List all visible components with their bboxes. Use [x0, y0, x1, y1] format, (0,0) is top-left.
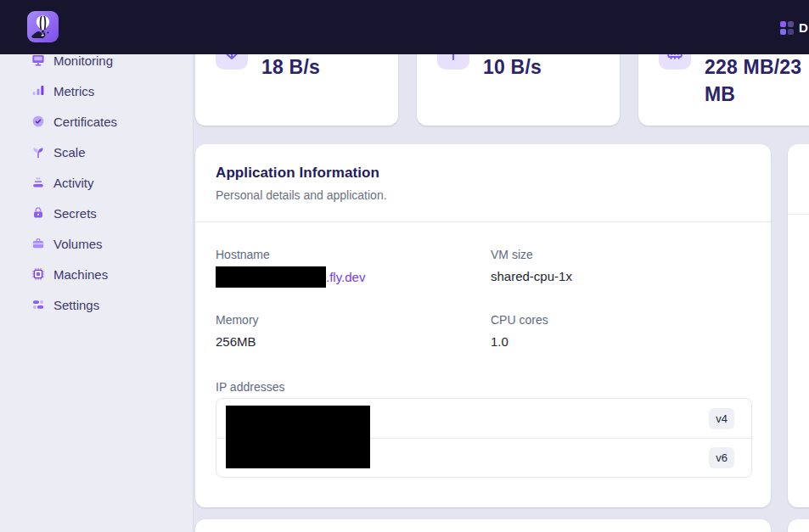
sidebar-item-scale[interactable]: Scale — [0, 137, 193, 167]
sidebar-item-label: Secrets — [53, 206, 97, 221]
sidebar-item-label: Settings — [53, 298, 99, 312]
sidebar-item-certificates[interactable]: Certificates — [0, 106, 193, 137]
right-peek-card — [788, 144, 809, 507]
card-title: Application Information — [216, 165, 750, 182]
field-label: VM size — [491, 246, 750, 263]
sidebar-item-monitoring[interactable]: Monitoring — [0, 54, 193, 76]
hostname-link[interactable]: .fly.dev — [326, 267, 365, 288]
stat-value: 228 MB/23 MB — [705, 53, 801, 108]
field-cpu-cores: CPU cores 1.0 — [491, 311, 750, 352]
sidebar-item-settings[interactable]: Settings — [0, 289, 193, 320]
sidebar-item-label: Machines — [53, 267, 108, 282]
badge-check-icon — [31, 114, 46, 129]
ip-version-badge: v4 — [709, 408, 734, 429]
field-hostname: Hostname .fly.dev — [216, 246, 491, 288]
monitor-icon — [31, 54, 46, 68]
top-header-bar: D — [0, 0, 809, 54]
field-label: Memory — [216, 311, 491, 328]
sidebar-nav: Monitoring Metrics Certificates Scale Ac… — [0, 54, 194, 532]
card-subtitle: Personal details and application. — [216, 188, 750, 202]
field-vm-size: VM size shared-cpu-1x — [491, 246, 750, 288]
layers-icon — [31, 175, 46, 190]
drive-icon — [31, 236, 46, 251]
ip-addresses-label: IP addresses — [216, 378, 750, 395]
field-value: 256MB — [216, 332, 491, 352]
sidebar-item-volumes[interactable]: Volumes — [0, 228, 193, 259]
field-value: 1.0 — [491, 332, 750, 352]
ip-addresses-redacted-value — [226, 406, 370, 468]
app-switcher-grid-icon[interactable] — [780, 21, 793, 34]
card-header: Application Information Personal details… — [195, 144, 771, 222]
sidebar-item-label: Volumes — [53, 237, 103, 251]
field-memory: Memory 256MB — [216, 311, 491, 352]
sidebar-item-label: Certificates — [53, 115, 117, 129]
bottom-right-peek-card — [788, 519, 809, 532]
field-label: CPU cores — [491, 311, 750, 328]
sidebar-item-secrets[interactable]: Secrets — [0, 198, 193, 228]
sidebar-item-label: Monitoring — [53, 54, 113, 68]
bar-chart-icon — [31, 83, 46, 98]
hostname-redacted-value — [216, 266, 326, 288]
sidebar-item-label: Metrics — [53, 84, 94, 98]
sidebar-item-label: Scale — [53, 145, 86, 160]
sidebar-item-metrics[interactable]: Metrics — [0, 76, 193, 106]
lock-icon — [31, 205, 46, 221]
cpu-chip-icon — [31, 266, 46, 282]
ip-version-badge: v6 — [709, 447, 734, 468]
sidebar-item-machines[interactable]: Machines — [0, 259, 193, 289]
fly-logo[interactable] — [27, 11, 59, 42]
stat-value-line1: 228 MB/23 — [705, 56, 801, 78]
stat-value: 10 B/s — [483, 53, 542, 81]
toggles-icon — [31, 297, 46, 312]
sidebar-item-activity[interactable]: Activity — [0, 167, 193, 198]
stat-value-line2: MB — [705, 83, 735, 105]
stat-value: 18 B/s — [261, 53, 320, 81]
header-dashboard-label[interactable]: D — [799, 20, 809, 35]
seedling-icon — [31, 144, 46, 160]
field-label: Hostname — [216, 246, 491, 263]
field-value: shared-cpu-1x — [491, 266, 750, 287]
bottom-peek-card — [195, 519, 771, 532]
sidebar-item-label: Activity — [53, 176, 94, 190]
